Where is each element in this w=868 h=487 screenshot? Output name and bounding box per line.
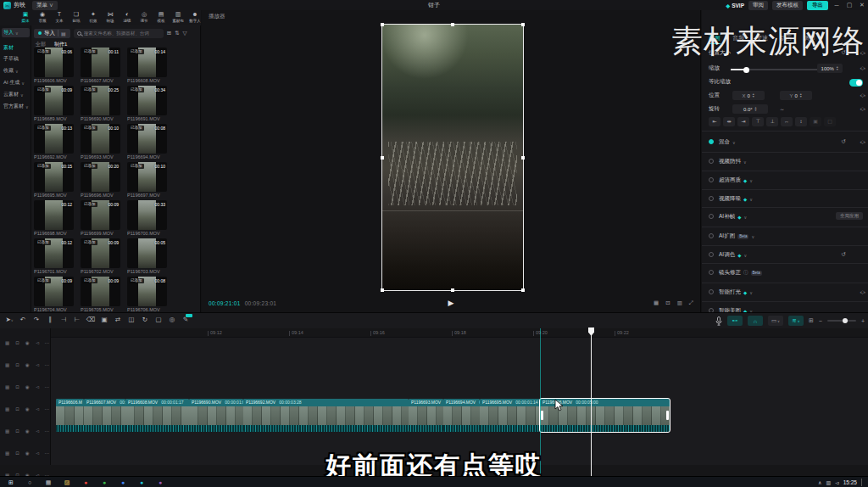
section-checkbox[interactable] — [709, 270, 714, 275]
sidebar-item-7[interactable]: 官方素材∨ — [2, 102, 30, 111]
crop-button[interactable]: ▢ — [153, 316, 164, 323]
redo-button[interactable]: ↷ — [31, 316, 42, 323]
hide-icon[interactable]: ◉ — [25, 428, 30, 434]
resize-handle[interactable] — [381, 156, 384, 160]
tab-音频[interactable]: 音频 — [732, 34, 744, 44]
media-thumbnail[interactable]: 已添加00:10P1196693.MOV — [81, 124, 120, 161]
lock-icon[interactable]: ⊡ — [15, 451, 19, 456]
sidebar-item-6[interactable]: 云素材∨ — [2, 90, 30, 99]
tab-动画[interactable]: 动画 — [780, 34, 792, 44]
volume-icon[interactable]: ◅ — [835, 479, 839, 485]
align-top[interactable]: ⊤ — [752, 117, 764, 126]
reset-icon[interactable]: ↺ — [842, 251, 846, 258]
timeline-clip[interactable]: P1196606.M — [56, 399, 84, 432]
capcut-app-icon[interactable]: ● — [134, 477, 149, 487]
media-thumbnail[interactable]: 已添加00:09P1196704.MOV — [34, 277, 74, 312]
freeze-frame-button[interactable]: ▣ — [98, 316, 110, 323]
align-right[interactable]: ⇥ — [737, 117, 749, 126]
sort-icon[interactable]: ⇅ — [175, 30, 179, 36]
timeline-clip[interactable]: P1196695.MOV00:00:01:14 — [480, 399, 540, 432]
timeline-ruler[interactable]: 09:1209:1409:1609:1809:2009:22 — [51, 328, 868, 338]
media-thumbnail[interactable]: 已添加00:09P1196705.MOV — [81, 277, 120, 312]
video-canvas[interactable] — [381, 24, 524, 291]
keyframe-control[interactable]: ‹◇› — [860, 64, 865, 70]
mirror-button[interactable]: ◫ — [125, 316, 137, 323]
undo-button[interactable]: ↶ — [17, 316, 29, 323]
section-checkbox[interactable] — [709, 252, 714, 257]
section-镜头修正[interactable]: 镜头修正ⓘBeta — [702, 266, 868, 282]
timeline-clip[interactable]: P1196694.MOV00 — [443, 399, 480, 432]
network-icon[interactable]: ▥ — [826, 479, 831, 485]
view-toggle-icon[interactable]: ▤ — [61, 31, 66, 36]
start-button[interactable]: ⊞ — [3, 477, 19, 487]
section-混合[interactable]: 混合∨‹◇›↺ — [702, 136, 868, 151]
svip-button[interactable]: ◆SVIP — [726, 3, 744, 8]
track-type-icon[interactable]: ▦ — [5, 340, 9, 345]
lock-icon[interactable]: ⊡ — [15, 428, 19, 434]
media-thumbnail[interactable]: 已添加00:13P1196692.MOV — [34, 124, 74, 161]
rotate-dial-icon[interactable]: ∼ — [780, 106, 784, 112]
toolbar-item-audio[interactable]: ◉音频 — [34, 11, 51, 23]
lock-icon[interactable]: ⊡ — [15, 362, 19, 367]
media-thumbnail[interactable]: 已添加00:12P1196701.MOV — [34, 238, 74, 276]
track-type-icon[interactable]: ▦ — [5, 428, 9, 434]
sidebar-item-3[interactable]: 子草稿 — [2, 54, 30, 64]
app-purple-icon[interactable]: ● — [153, 477, 168, 487]
delete-button[interactable]: ⌫ — [85, 316, 97, 323]
split-button[interactable]: ∥ — [44, 316, 56, 323]
more-icon[interactable]: ⋯ — [45, 406, 50, 411]
timeline-clip[interactable]: P1196692.MOV00:00:03:28 — [243, 399, 409, 432]
main-track-magnet-toggle[interactable]: ⊷ — [727, 316, 743, 326]
sidebar-item-2[interactable]: 素材 — [2, 43, 30, 53]
more-icon[interactable]: ⋯ — [45, 340, 50, 345]
keyframe-control[interactable]: ‹◇› — [860, 49, 865, 55]
sidebar-item-4[interactable]: 收藏∨ — [2, 66, 30, 76]
keyframe-control[interactable]: ‹◇› — [860, 105, 865, 111]
resize-handle[interactable] — [381, 288, 384, 292]
keyframe-control[interactable]: ‹◇› — [860, 138, 865, 144]
mute-icon[interactable]: ◅ — [36, 362, 39, 367]
media-thumbnail[interactable]: 已添加00:20P1196696.MOV — [81, 162, 120, 199]
media-thumbnail[interactable]: 00:33P1196700.MOV — [127, 200, 167, 238]
align-bottom[interactable]: ↔ — [781, 117, 793, 126]
reset-icon[interactable]: ↺ — [842, 138, 846, 145]
resize-handle[interactable] — [381, 23, 384, 26]
position-y-field[interactable]: Y0▲▼ — [780, 91, 812, 100]
media-thumbnail[interactable]: 00:12P1196698.MOV — [34, 200, 74, 238]
keyframe-control[interactable]: ‹◇› — [860, 92, 865, 98]
track-type-icon[interactable]: ▦ — [5, 384, 9, 389]
quality-button[interactable]: ▦ — [654, 299, 659, 306]
reset-icon[interactable]: ↺ — [842, 49, 846, 56]
rotate-field[interactable]: 0.0°▲▼ — [732, 104, 768, 114]
review-button[interactable]: 审阅 — [748, 1, 768, 10]
media-thumbnail[interactable]: 已添加00:06P1196606.MOV — [34, 48, 74, 85]
align-center-h[interactable]: ⇹ — [723, 117, 735, 126]
toolbar-item-digital-human[interactable]: ☻数字人 — [186, 11, 203, 23]
apply-all-button[interactable]: 全局应用 — [836, 212, 863, 220]
lock-icon[interactable]: ⊡ — [15, 384, 19, 389]
tray-chevron-icon[interactable]: ∧ — [818, 479, 821, 485]
resize-handle[interactable] — [521, 23, 525, 26]
position-x-field[interactable]: X0▲▼ — [732, 91, 765, 100]
media-thumbnail[interactable]: 已添加00:11P1196607.MOV — [81, 48, 120, 85]
grid-view-icon[interactable]: ⊞ — [167, 30, 171, 36]
zoom-in-button[interactable]: + — [861, 318, 865, 324]
search-input[interactable] — [84, 31, 160, 36]
track-type-icon[interactable]: ▦ — [5, 451, 9, 456]
media-thumbnail[interactable]: 已添加00:14P1196608.MOV — [127, 48, 167, 85]
section-超清画质[interactable]: 超清画质◆∨ — [702, 174, 868, 189]
playhead[interactable] — [591, 327, 592, 476]
notification-center-button[interactable] — [861, 479, 866, 486]
mirror-preview-button[interactable]: ⊡ — [665, 299, 670, 306]
file-explorer-icon[interactable]: ▨ — [59, 477, 75, 487]
close-button[interactable]: ✕ — [858, 2, 866, 8]
toolbar-item-adjust[interactable]: ◎调节 — [136, 11, 153, 23]
track-type-icon[interactable]: ▦ — [5, 406, 9, 411]
section-checkbox[interactable] — [709, 196, 714, 201]
toolbar-item-template[interactable]: ▤模板 — [153, 11, 170, 23]
tab-画面[interactable]: 画面 — [709, 34, 721, 44]
more-icon[interactable]: ⋯ — [45, 384, 50, 389]
import-button[interactable]: 导入 ▤ — [34, 29, 70, 38]
more-icon[interactable]: ⋯ — [45, 362, 50, 367]
linkage-toggle[interactable]: ▭∨ — [768, 316, 783, 326]
